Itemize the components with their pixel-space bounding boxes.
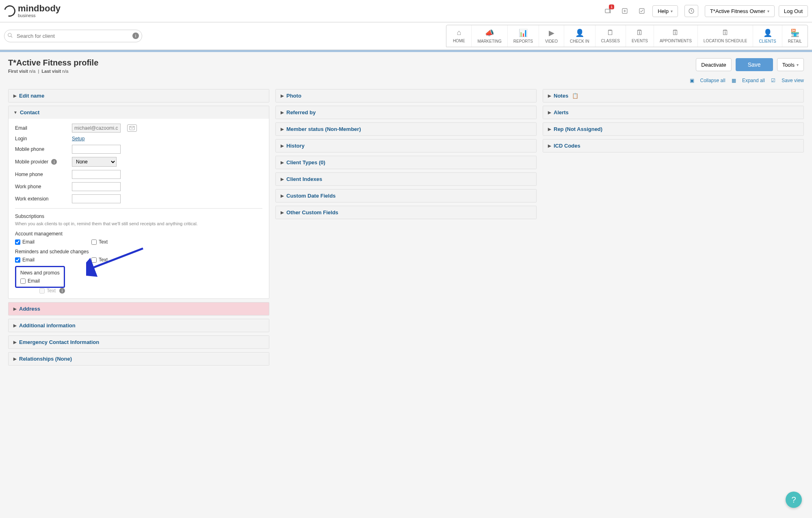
deactivate-button[interactable]: Deactivate — [696, 58, 731, 71]
caret-right-icon: ▶ — [281, 110, 284, 115]
work-phone-label: Work phone — [15, 184, 68, 189]
notes-badge-icon: 📋 — [572, 93, 578, 99]
login-label: Login — [15, 136, 68, 141]
grid-icon[interactable] — [621, 7, 629, 15]
sec-custom-dates[interactable]: ▶Custom Date Fields — [276, 189, 536, 202]
calendar-icon: 🗓 — [660, 28, 692, 37]
main-nav: ⌂HOME 📣MARKETING 📊REPORTS ▶VIDEO 👤CHECK … — [446, 25, 808, 47]
envelope-icon[interactable] — [127, 124, 137, 132]
info-icon[interactable]: i — [59, 288, 65, 294]
sec-member-status[interactable]: ▶Member status (Non-Member) — [276, 123, 536, 135]
user-label: T*Active Fitness Owner — [710, 8, 765, 14]
chevron-down-icon: ▾ — [797, 63, 799, 67]
nav-checkin[interactable]: 👤CHECK IN — [564, 25, 595, 47]
email-label: Email — [15, 125, 68, 131]
caret-right-icon: ▶ — [548, 94, 551, 98]
home-icon: ⌂ — [452, 28, 466, 37]
search-input[interactable] — [4, 30, 142, 42]
logout-button[interactable]: Log Out — [779, 5, 808, 17]
nav-location-schedule[interactable]: 🗓LOCATION SCHEDULE — [698, 25, 754, 47]
notifications-icon[interactable]: 1 — [604, 7, 612, 15]
sec-icd[interactable]: ▶ICD Codes — [543, 139, 803, 152]
nav-video[interactable]: ▶VIDEO — [539, 25, 564, 47]
info-icon[interactable]: i — [51, 159, 57, 165]
calendar-icon: 🗓 — [632, 28, 648, 37]
subscriptions-header: Subscriptions — [15, 213, 262, 219]
reminders-email-checkbox[interactable] — [15, 257, 20, 263]
sec-edit-name[interactable]: ▶Edit name — [9, 89, 269, 102]
sec-alerts[interactable]: ▶Alerts — [543, 106, 803, 119]
news-text-checkbox — [39, 288, 45, 294]
help-label: Help — [658, 8, 669, 14]
sec-notes[interactable]: ▶Notes📋 — [543, 89, 803, 102]
work-phone-field[interactable] — [72, 182, 121, 191]
caret-right-icon: ▶ — [13, 94, 17, 98]
nav-appointments[interactable]: 🗓APPOINTMENTS — [654, 25, 698, 47]
mobile-provider-select[interactable]: None — [72, 157, 117, 167]
caret-right-icon: ▶ — [281, 94, 284, 98]
caret-right-icon: ▶ — [281, 144, 284, 148]
caret-right-icon: ▶ — [13, 323, 17, 328]
check-icon[interactable] — [638, 7, 646, 15]
notification-badge: 1 — [609, 4, 614, 9]
nav-classes[interactable]: 🗒CLASSES — [595, 25, 626, 47]
nav-reports[interactable]: 📊REPORTS — [508, 25, 539, 47]
sec-client-indexes[interactable]: ▶Client Indexes — [276, 173, 536, 185]
login-setup-link[interactable]: Setup — [72, 136, 84, 141]
save-button[interactable]: Save — [736, 58, 773, 71]
expand-all[interactable]: ▦ Expand all — [732, 78, 765, 83]
client-search: i — [4, 30, 142, 42]
search-icon — [7, 33, 13, 39]
sec-emergency[interactable]: ▶Emergency Contact Information — [9, 336, 269, 348]
email-field[interactable] — [72, 124, 121, 133]
sec-referred[interactable]: ▶Referred by — [276, 106, 536, 119]
sec-other-custom[interactable]: ▶Other Custom Fields — [276, 206, 536, 219]
sec-history[interactable]: ▶History — [276, 139, 536, 152]
reminders-text-checkbox[interactable] — [91, 257, 97, 263]
caret-right-icon: ▶ — [548, 127, 551, 131]
caret-right-icon: ▶ — [548, 144, 551, 148]
sec-rep[interactable]: ▶Rep (Not Assigned) — [543, 123, 803, 135]
sec-additional[interactable]: ▶Additional information — [9, 319, 269, 332]
user-menu-button[interactable]: T*Active Fitness Owner ▾ — [705, 5, 775, 17]
caret-right-icon: ▶ — [281, 177, 284, 181]
sec-contact[interactable]: ▼Contact — [9, 106, 269, 119]
nav-retail[interactable]: 🏪RETAIL — [782, 25, 808, 47]
acct-mgmt-label: Account management — [15, 231, 262, 237]
clients-icon: 👤 — [759, 28, 776, 37]
list-icon: 🗒 — [601, 28, 620, 37]
person-icon: 👤 — [570, 28, 589, 37]
home-phone-field[interactable] — [72, 170, 121, 179]
acct-email-checkbox[interactable] — [15, 239, 20, 245]
nav-marketing[interactable]: 📣MARKETING — [472, 25, 507, 47]
collapse-all[interactable]: ▣ Collapse all — [690, 78, 725, 83]
caret-right-icon: ▶ — [13, 340, 17, 344]
acct-text-checkbox[interactable] — [91, 239, 97, 245]
view-options: ▣ Collapse all ▦ Expand all ☑ Save view — [8, 78, 804, 83]
nav-clients[interactable]: 👤CLIENTS — [753, 25, 782, 47]
calendar-icon: 🗓 — [704, 28, 747, 37]
nav-events[interactable]: 🗓EVENTS — [626, 25, 654, 47]
logo-sub: business — [18, 13, 61, 18]
work-ext-field[interactable] — [72, 194, 121, 203]
caret-right-icon: ▶ — [13, 307, 17, 311]
mobile-phone-field[interactable] — [72, 145, 121, 154]
chevron-down-icon: ▾ — [767, 9, 769, 13]
save-view[interactable]: ☑ Save view — [771, 78, 804, 83]
caret-right-icon: ▶ — [281, 194, 284, 198]
store-icon: 🏪 — [788, 28, 802, 37]
news-email-checkbox[interactable] — [20, 279, 26, 284]
nav-home[interactable]: ⌂HOME — [446, 25, 472, 47]
clock-icon[interactable] — [684, 5, 698, 17]
sec-relationships[interactable]: ▶Relationships (None) — [9, 353, 269, 365]
info-icon[interactable]: i — [132, 33, 139, 39]
caret-right-icon: ▶ — [548, 110, 551, 115]
svg-point-4 — [8, 33, 11, 37]
help-button[interactable]: Help ▾ — [652, 5, 678, 17]
mobile-provider-label: Mobile provider i — [15, 159, 68, 165]
sec-address[interactable]: ▶Address — [9, 303, 269, 315]
app-logo: mindbody business — [4, 4, 61, 18]
tools-button[interactable]: Tools ▾ — [777, 58, 804, 71]
sec-client-types[interactable]: ▶Client Types (0) — [276, 156, 536, 169]
sec-photo[interactable]: ▶Photo — [276, 89, 536, 102]
